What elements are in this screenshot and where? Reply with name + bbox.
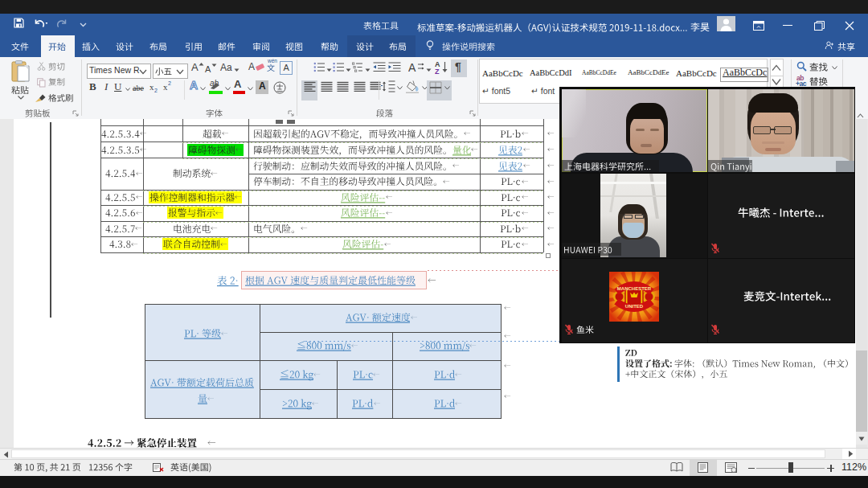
svg-text:MANCHESTER: MANCHESTER (616, 286, 651, 291)
svg-text:UNITED: UNITED (624, 304, 643, 309)
svg-text:A: A (408, 61, 416, 74)
svg-text:Z: Z (435, 68, 440, 75)
